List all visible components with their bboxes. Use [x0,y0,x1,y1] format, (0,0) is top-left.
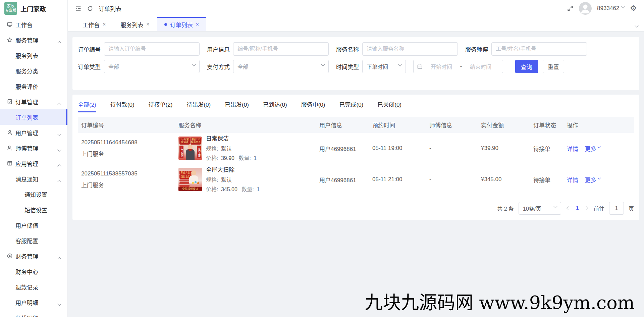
order-no-input[interactable] [104,42,200,56]
tab-order-list[interactable]: 订单列表 × [157,17,206,31]
refresh-icon[interactable] [87,5,93,12]
status-tab-in-service[interactable]: 服务中(0) [301,97,325,112]
sidebar-item-label: 订单管理 [15,98,38,106]
chevron-down-icon [58,302,61,309]
order-no: 202505111538557035 [81,170,175,177]
search-button[interactable]: 查询 [515,60,538,73]
sidebar-item-app-management[interactable]: 应用管理 [0,156,67,171]
page-size-select[interactable]: 10条/页 [519,202,561,215]
user-menu[interactable]: 8933462 [597,5,625,12]
order-no: 202505111646454688 [81,139,175,146]
order-type-select[interactable]: 全部 [104,60,200,73]
sidebar-item-order-list[interactable]: 订单列表 [0,109,67,125]
user-info-input[interactable] [233,42,329,56]
total-count: 共 2 条 [497,204,514,212]
chevron-down-icon [321,62,325,66]
watermark: 九块九源码网 www.9k9ym.com [365,288,635,314]
sidebar-item-message-notify[interactable]: 消息通知 [0,171,67,187]
status-tab-departed[interactable]: 已出发(0) [225,97,249,112]
tab-label: 服务列表 [120,20,143,29]
sidebar-item-service-review[interactable]: 服务评价 [0,78,67,94]
avatar[interactable] [579,2,592,15]
sidebar-item-user-management[interactable]: 用户管理 [0,125,67,140]
status-tab-arrived[interactable]: 已到达(0) [263,97,287,112]
service-name: 日常保洁 [206,134,259,142]
pay-method-select[interactable]: 全部 [233,60,329,73]
fullscreen-icon[interactable] [567,5,574,12]
sidebar-item-user-stored-value[interactable]: 用户储值 [0,217,67,233]
topbar-right: 8933462 ⚙ [567,2,637,15]
order-type: 上门服务 [81,149,175,158]
sidebar-item-service-management[interactable]: 服务管理 [0,32,67,48]
service-master-input[interactable] [491,42,587,56]
chevron-down-icon [622,4,625,8]
sidebar-item-notify-settings[interactable]: 通知设置 [0,187,67,202]
tab-list-dropdown-icon[interactable] [635,24,638,31]
filter-label: 服务名称 [336,45,359,53]
prev-page-button[interactable] [566,207,571,210]
sidebar-item-sms-settings[interactable]: 短信设置 [0,202,67,217]
sidebar: 家政 专业版 上门家政 工作台 服务管理 服务列表 服务分类 服务评价 [0,0,68,317]
more-link[interactable]: 更多 [585,175,600,184]
filter-service-name: 服务名称 [336,42,458,56]
goto-page-input[interactable] [609,202,624,215]
filter-label: 支付方式 [207,62,230,71]
filter-label: 时间类型 [336,62,359,71]
service-name-input[interactable] [362,42,458,56]
sidebar-item-customer-service-config[interactable]: 客服配置 [0,233,67,248]
detail-link[interactable]: 详情 [567,175,578,184]
date-range-picker[interactable]: 开始时间 - 结束时间 [413,60,503,73]
monitor-icon [6,21,13,28]
status-tab-pending-accept[interactable]: 待接单(2) [149,97,173,112]
sidebar-item-service-list[interactable]: 服务列表 [0,48,67,63]
time-type-select[interactable]: 下单时间 [362,60,406,73]
status-tab-completed[interactable]: 已完成(0) [339,97,363,112]
sidebar-item-label: 用户储值 [15,221,38,229]
current-page[interactable]: 1 [576,205,579,211]
chevron-down-icon [398,62,402,66]
status-tab-pending-payment[interactable]: 待付款(0) [110,97,135,112]
app-root: 家政 专业版 上门家政 工作台 服务管理 服务列表 服务分类 服务评价 [0,0,644,317]
close-icon[interactable]: × [103,21,106,28]
detail-link[interactable]: 详情 [567,144,578,153]
tab-service-list[interactable]: 服务列表 × [113,17,157,31]
chevron-down-icon [58,133,61,139]
sidebar-item-service-category[interactable]: 服务分类 [0,63,67,78]
sidebar-item-finance-management[interactable]: 财务管理 [0,248,67,264]
sidebar-item-master-detail[interactable]: 师傅明细 [0,310,67,317]
user-icon [6,129,13,136]
close-icon[interactable]: × [146,21,149,28]
sidebar-item-label: 服务评价 [15,82,38,91]
sidebar-item-order-management[interactable]: 订单管理 [0,94,67,109]
active-dot [164,23,167,26]
status-tab-closed[interactable]: 已关闭(0) [377,97,401,112]
spec-value: 默认 [221,146,232,152]
service-thumbnail: 2小时家居保洁 原价120特惠39.9 上门保洁 可选全屋 [178,137,202,160]
sidebar-item-label: 服务管理 [15,36,38,44]
sidebar-item-refund-records[interactable]: 退款记录 [0,279,67,295]
sidebar-item-finance-center[interactable]: 财务中心 [0,264,67,279]
order-table: 订单编号 服务名称 用户信息 预约时间 师傅信息 实付金额 订单状态 操作 20… [78,117,634,195]
sidebar-item-master-management[interactable]: 师傅管理 [0,140,67,156]
brand-logo: 家政 专业版 [4,2,17,15]
filter-order-type: 订单类型 全部 [78,60,200,73]
status-tabs: 全部(2) 待付款(0) 待接单(2) 待出发(0) 已出发(0) 已到达(0)… [78,97,634,112]
reset-button[interactable]: 重置 [543,60,564,73]
header-actions: 操作 [564,121,634,129]
sidebar-item-workbench[interactable]: 工作台 [0,17,67,32]
qty-value: 1 [257,187,260,192]
gear-icon[interactable]: ⚙ [630,5,637,12]
service-cell: 专业人员 当日上门 全屋精细保洁 [175,165,316,194]
sidebar-item-label: 通知设置 [24,190,47,199]
tab-workbench[interactable]: 工作台 × [75,17,113,31]
chevron-down-icon [597,176,601,179]
tab-label: 工作台 [83,20,100,29]
status-tab-pending-departure[interactable]: 待出发(0) [186,97,211,112]
next-page-button[interactable] [584,207,589,210]
sidebar-item-user-detail[interactable]: 用户明细 [0,295,67,310]
more-link[interactable]: 更多 [585,144,600,153]
thumb-banner: 全屋精细保洁 [178,187,202,191]
status-tab-all[interactable]: 全部(2) [78,97,96,112]
close-icon[interactable]: × [196,21,199,28]
collapse-sidebar-icon[interactable] [75,5,82,12]
